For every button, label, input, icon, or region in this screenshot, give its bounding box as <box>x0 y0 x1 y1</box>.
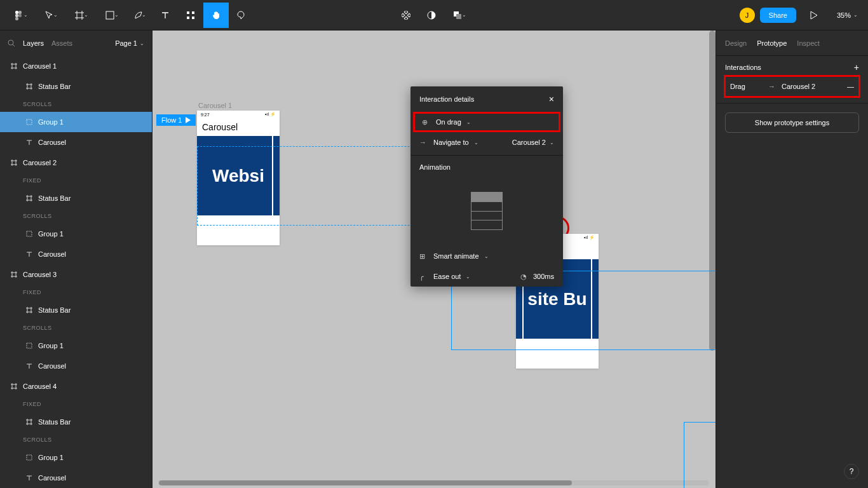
layer-row[interactable]: Group 1 <box>0 112 152 132</box>
layer-label: Status Bar <box>38 194 71 202</box>
layer-type-icon <box>25 454 33 461</box>
svg-rect-11 <box>402 13 405 17</box>
svg-rect-4 <box>15 17 18 20</box>
svg-rect-19 <box>27 231 32 236</box>
statusbar: 9:27•ıl ⚡ <box>197 111 280 118</box>
panel-title: Interaction details <box>419 95 474 103</box>
layer-row[interactable]: Carousel 4 <box>0 376 152 396</box>
left-panel: Layers Assets Page 1⌄ Carousel 1Status B… <box>0 30 153 488</box>
svg-rect-3 <box>18 14 22 17</box>
pen-tool-button[interactable]: ⌄ <box>127 3 153 28</box>
layer-row[interactable]: Carousel 3 <box>0 264 152 285</box>
layer-label: Carousel 4 <box>23 383 57 390</box>
layer-type-icon <box>10 271 18 278</box>
shape-tool-button[interactable]: ⌄ <box>97 3 127 28</box>
mask-button[interactable] <box>419 3 444 28</box>
layer-type-icon <box>25 363 33 369</box>
tab-layers[interactable]: Layers <box>23 39 44 47</box>
layers-list: Carousel 1Status BarSCROLLSGroup 1Carous… <box>0 56 152 488</box>
layer-label: Status Bar <box>38 306 71 314</box>
layer-section-label: FIXED <box>0 173 152 188</box>
easing-row[interactable]: ╭ Ease out ⌄ ◔300ms <box>410 266 563 287</box>
tab-prototype[interactable]: Prototype <box>757 39 787 47</box>
figma-menu-button[interactable]: ⌄ <box>5 3 36 28</box>
canvas[interactable]: Flow 1 Carousel 1 9:27•ıl ⚡ Carousel Web… <box>153 30 715 488</box>
text-tool-button[interactable] <box>153 3 178 28</box>
tab-inspect[interactable]: Inspect <box>797 39 819 47</box>
frame-label-carousel1[interactable]: Carousel 1 <box>198 102 232 109</box>
layer-row[interactable]: Status Bar <box>0 76 152 97</box>
share-button[interactable]: Share <box>760 8 796 23</box>
search-icon[interactable] <box>8 39 15 47</box>
layer-type-icon <box>25 475 33 481</box>
frame-title: Carousel <box>197 118 280 136</box>
layer-type-icon <box>10 159 18 166</box>
interactions-section-label: Interactions <box>725 64 761 71</box>
layer-type-icon <box>25 83 33 90</box>
horizontal-scrollbar[interactable] <box>159 480 709 485</box>
hand-tool-button[interactable] <box>203 3 229 28</box>
layer-type-icon <box>25 195 33 201</box>
layer-row[interactable]: Group 1 <box>0 224 152 244</box>
interaction-details-panel: Interaction details × ⊕ On drag ⌄ → Navi… <box>410 86 563 287</box>
components-button[interactable] <box>393 3 419 28</box>
layer-row[interactable]: Status Bar <box>0 300 152 320</box>
vertical-scrollbar[interactable] <box>709 30 715 488</box>
page-selector[interactable]: Page 1⌄ <box>115 39 144 47</box>
smart-animate-icon: ⊞ <box>419 252 428 261</box>
add-interaction-button[interactable]: + <box>854 62 859 72</box>
layer-label: Carousel 3 <box>23 271 57 278</box>
layer-label: Status Bar <box>38 83 71 90</box>
tab-design[interactable]: Design <box>725 39 747 47</box>
remove-interaction-button[interactable]: — <box>847 83 854 90</box>
svg-point-17 <box>8 40 13 45</box>
trigger-row[interactable]: ⊕ On drag ⌄ <box>413 112 560 132</box>
layer-label: Carousel <box>38 362 66 370</box>
right-panel: Design Prototype Inspect Interactions + … <box>715 30 868 488</box>
boolean-button[interactable]: ⌄ <box>444 3 475 28</box>
svg-rect-18 <box>27 119 32 125</box>
layer-type-icon <box>25 119 33 125</box>
action-row[interactable]: → Navigate to ⌄ Carousel 2⌄ <box>410 132 563 152</box>
close-icon[interactable]: × <box>549 94 554 104</box>
move-tool-button[interactable]: ⌄ <box>36 3 66 28</box>
layer-row[interactable]: Carousel <box>0 244 152 264</box>
flow-start-badge[interactable]: Flow 1 <box>156 114 196 126</box>
layer-label: Group 1 <box>38 118 64 126</box>
layer-row[interactable]: Carousel <box>0 468 152 488</box>
arrow-right-icon: → <box>419 139 428 146</box>
svg-rect-16 <box>456 14 461 19</box>
help-button[interactable]: ? <box>844 464 859 479</box>
layer-type-icon <box>25 342 33 349</box>
layer-row[interactable]: Status Bar <box>0 412 152 432</box>
present-button[interactable] <box>801 3 827 28</box>
comment-tool-button[interactable] <box>229 3 254 28</box>
drag-icon: ⊕ <box>422 118 431 126</box>
tab-assets[interactable]: Assets <box>51 39 72 47</box>
layer-row[interactable]: Carousel 1 <box>0 56 152 76</box>
user-avatar[interactable]: J <box>740 8 755 23</box>
layer-row[interactable]: Group 1 <box>0 336 152 356</box>
layer-row[interactable]: Group 1 <box>0 447 152 468</box>
animation-type-row[interactable]: ⊞ Smart animate ⌄ <box>410 246 563 266</box>
offscreen-selection-outline <box>684 422 715 488</box>
svg-rect-8 <box>187 17 189 19</box>
svg-rect-10 <box>404 11 408 14</box>
animation-section-label: Animation <box>410 158 563 176</box>
svg-rect-21 <box>27 455 32 460</box>
frame-tool-button[interactable]: ⌄ <box>66 3 97 28</box>
layer-row[interactable]: Carousel <box>0 356 152 376</box>
layer-row[interactable]: Carousel <box>0 132 152 152</box>
show-prototype-settings-button[interactable]: Show prototype settings <box>725 112 859 133</box>
resources-tool-button[interactable] <box>178 3 203 28</box>
layer-row[interactable]: Carousel 2 <box>0 152 152 173</box>
interaction-item[interactable]: Drag → Carousel 2 — <box>725 76 859 97</box>
layer-type-icon <box>25 139 33 146</box>
layer-label: Carousel <box>38 139 66 146</box>
layer-type-icon <box>10 63 18 69</box>
zoom-level[interactable]: 35%⌄ <box>832 11 863 19</box>
layer-label: Carousel 1 <box>23 62 57 70</box>
layer-section-label: FIXED <box>0 396 152 412</box>
layer-row[interactable]: Status Bar <box>0 188 152 208</box>
ease-curve-icon: ╭ <box>419 273 428 281</box>
